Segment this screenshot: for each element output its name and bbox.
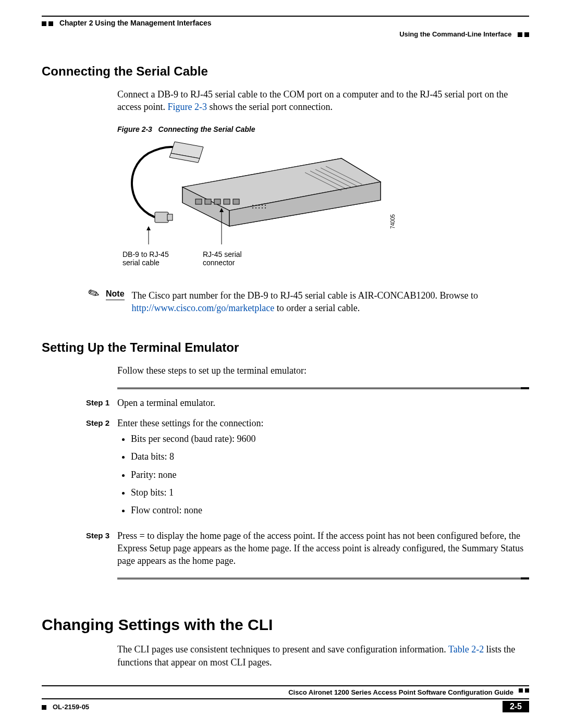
svg-point-22	[262, 207, 263, 208]
para-cli: The CLI pages use consistent techniques …	[117, 643, 529, 669]
chapter-label: Chapter 2 Using the Management Interface…	[59, 19, 212, 27]
bullet-item: Stop bits: 1	[131, 486, 263, 499]
fig-label-db9-2: serial cable	[123, 258, 169, 267]
table-ref-link[interactable]: Table 2-2	[448, 644, 484, 655]
svg-point-19	[259, 207, 260, 208]
step-text: Enter these settings for the connection:…	[117, 417, 263, 522]
figure-caption: Figure 2-3 Connecting the Serial Cable	[117, 125, 529, 133]
svg-point-15	[255, 205, 256, 206]
note-label: Note	[106, 289, 125, 300]
bullet-item: Parity: none	[131, 468, 263, 481]
svg-rect-12	[224, 199, 230, 204]
step-label: Step 3	[86, 529, 117, 567]
heading-changing-settings: Changing Settings with the CLI	[42, 616, 529, 634]
svg-marker-29	[146, 226, 151, 230]
bullet-item: Flow control: none	[131, 504, 263, 516]
svg-point-21	[265, 205, 266, 206]
svg-point-23	[265, 207, 266, 208]
section-right: Using the Command-Line Interface	[399, 30, 511, 38]
svg-point-16	[259, 205, 260, 206]
para-connecting: Connect a DB-9 to RJ-45 serial cable to …	[117, 88, 529, 114]
header-ornament-right	[518, 32, 529, 37]
figure-serial-cable: 74005 DB-9 to RJ-45 serial cable RJ-45 s…	[117, 138, 399, 271]
step-text: Press = to display the home page of the …	[117, 529, 529, 567]
svg-point-18	[255, 207, 256, 208]
guide-title: Cisco Aironet 1200 Series Access Point S…	[288, 688, 513, 696]
step-text: Open a terminal emulator.	[117, 397, 215, 409]
heading-connecting-serial: Connecting the Serial Cable	[42, 64, 529, 79]
fig-label-db9-1: DB-9 to RJ-45	[123, 250, 169, 259]
fig-label-rj45-1: RJ-45 serial	[203, 250, 242, 259]
svg-point-20	[262, 205, 263, 206]
bullet-item: Bits per second (baud rate): 9600	[131, 433, 263, 445]
header-ornament-left	[42, 21, 53, 26]
svg-rect-27	[167, 214, 173, 220]
svg-rect-9	[195, 199, 202, 204]
bullet-item: Data bits: 8	[131, 450, 263, 463]
svg-point-14	[252, 205, 253, 206]
figure-ref-link[interactable]: Figure 2-3	[167, 102, 207, 112]
svg-rect-26	[155, 212, 168, 223]
svg-rect-10	[205, 199, 211, 204]
doc-id: OL-2159-05	[53, 703, 89, 711]
svg-rect-11	[214, 199, 221, 204]
page-footer: Cisco Aironet 1200 Series Access Point S…	[42, 685, 529, 712]
svg-text:74005: 74005	[390, 214, 396, 228]
ornament-rule	[117, 577, 529, 579]
fig-label-rj45-2: connector	[203, 258, 242, 267]
footer-ornament-left	[42, 705, 46, 710]
ornament-rule	[117, 387, 529, 389]
steps-list: Step 1 Open a terminal emulator. Step 2 …	[86, 397, 529, 567]
note-text: The Cisco part number for the DB-9 to RJ…	[132, 289, 529, 315]
footer-ornament	[519, 688, 529, 696]
para-terminal-intro: Follow these steps to set up the termina…	[117, 364, 529, 377]
svg-point-17	[252, 207, 253, 208]
page-number: 2-5	[503, 701, 529, 712]
step-label: Step 1	[86, 397, 117, 409]
step-label: Step 2	[86, 417, 117, 522]
heading-terminal-emulator: Setting Up the Terminal Emulator	[42, 340, 529, 355]
svg-rect-13	[233, 199, 239, 204]
pencil-icon: ✎	[85, 284, 108, 316]
marketplace-link[interactable]: http://www.cisco.com/go/marketplace	[132, 303, 275, 313]
